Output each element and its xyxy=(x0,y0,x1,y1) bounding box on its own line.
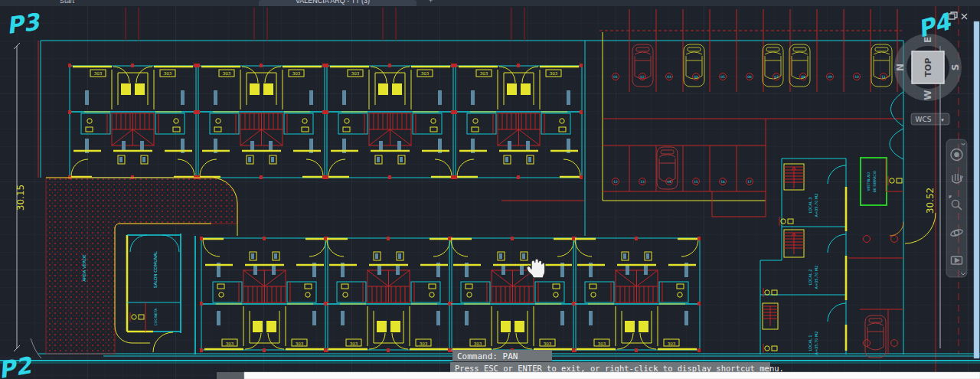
svg-text:303: 303 xyxy=(598,341,606,346)
svg-text:01: 01 xyxy=(613,75,618,79)
svg-text:16: 16 xyxy=(720,180,725,184)
svg-text:A=35.70 M2: A=35.70 M2 xyxy=(814,331,818,354)
svg-text:11: 11 xyxy=(881,75,886,79)
svg-text:VESTIBULO: VESTIBULO xyxy=(867,172,871,191)
drawing-canvas[interactable]: 30.15 30.52 xyxy=(0,6,980,379)
svg-text:03: 03 xyxy=(667,75,671,79)
svg-text:303: 303 xyxy=(544,341,552,346)
svg-text:04: 04 xyxy=(694,75,698,79)
ink-note-p3: P3 xyxy=(5,8,42,39)
svg-text:08: 08 xyxy=(801,75,805,79)
svg-text:AREA VERDE: AREA VERDE xyxy=(82,254,87,282)
viewcube-west[interactable]: W xyxy=(923,90,933,100)
svg-text:303: 303 xyxy=(164,71,172,76)
svg-text:303: 303 xyxy=(94,71,103,76)
svg-text:09: 09 xyxy=(828,75,832,79)
svg-text:30.15: 30.15 xyxy=(15,185,26,211)
command-window-grip[interactable] xyxy=(217,372,244,379)
svg-text:303: 303 xyxy=(480,71,488,76)
tab-drawing[interactable]: VALENCIA ARQ - TT (3) xyxy=(259,0,416,6)
svg-text:A=35.70 M2: A=35.70 M2 xyxy=(814,265,818,289)
chevron-down-icon: ▾ xyxy=(941,117,944,123)
svg-text:02: 02 xyxy=(640,75,645,79)
svg-text:303: 303 xyxy=(296,341,304,346)
svg-text:10: 10 xyxy=(854,75,859,79)
svg-text:LOCAL 2: LOCAL 2 xyxy=(808,269,812,285)
svg-text:30.52: 30.52 xyxy=(925,188,936,214)
wcs-dropdown[interactable]: WCS ▾ xyxy=(911,113,949,125)
svg-text:COCINETA: COCINETA xyxy=(154,308,158,326)
svg-text:303: 303 xyxy=(668,341,676,346)
svg-text:LOCAL 1: LOCAL 1 xyxy=(808,335,812,351)
vertical-scrollbar[interactable] xyxy=(974,21,979,358)
svg-text:15: 15 xyxy=(694,180,698,184)
command-hint: Press ESC or ENTER to exit, or right-cli… xyxy=(455,364,784,373)
svg-text:303: 303 xyxy=(223,71,231,76)
svg-text:17: 17 xyxy=(747,180,752,184)
navigation-bar xyxy=(946,139,967,277)
svg-text:303: 303 xyxy=(421,71,430,76)
viewcube-south[interactable]: S xyxy=(950,64,961,71)
svg-text:DE SERVICIO: DE SERVICIO xyxy=(873,170,877,192)
viewcube-north[interactable]: N xyxy=(895,64,906,71)
autocad-window: Start VALENCIA ARQ - TT (3) + [-][Top][2… xyxy=(0,0,980,379)
svg-text:05: 05 xyxy=(720,75,725,79)
svg-text:12: 12 xyxy=(613,180,618,184)
svg-text:303: 303 xyxy=(474,341,482,346)
svg-text:06: 06 xyxy=(747,75,752,79)
svg-text:303: 303 xyxy=(550,71,558,76)
svg-text:303: 303 xyxy=(351,71,360,76)
svg-text:SALON COMUNAL: SALON COMUNAL xyxy=(153,250,158,288)
viewcube-top-label: TOP xyxy=(923,58,933,77)
svg-text:303: 303 xyxy=(350,341,358,346)
command-history: Command: PAN xyxy=(457,351,518,361)
svg-text:07: 07 xyxy=(774,75,779,79)
svg-text:14: 14 xyxy=(667,180,671,184)
svg-text:LOCAL 3: LOCAL 3 xyxy=(808,197,812,213)
svg-text:A=35.70 M2: A=35.70 M2 xyxy=(814,193,818,217)
svg-text:303: 303 xyxy=(292,71,301,76)
svg-text:303: 303 xyxy=(226,341,234,346)
svg-text:13: 13 xyxy=(640,180,645,184)
svg-text:WCS: WCS xyxy=(916,116,932,123)
command-input[interactable] xyxy=(244,372,980,379)
svg-text:303: 303 xyxy=(420,341,428,346)
new-tab-button[interactable]: + xyxy=(429,0,433,5)
tab-start[interactable]: Start xyxy=(60,0,74,5)
